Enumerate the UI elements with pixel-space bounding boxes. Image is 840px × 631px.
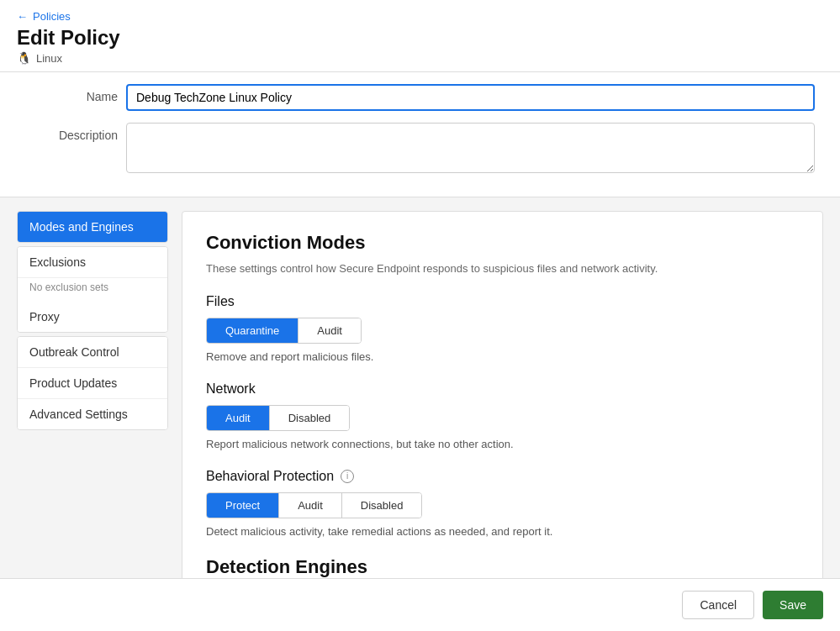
description-input[interactable] bbox=[126, 123, 815, 173]
linux-icon: 🐧 bbox=[17, 51, 31, 65]
bottom-bar: Cancel Save bbox=[0, 578, 840, 631]
sidebar-exclusions-label: Exclusions bbox=[29, 255, 86, 269]
behavioral-disabled-btn[interactable]: Disabled bbox=[341, 493, 422, 518]
behavioral-protect-btn[interactable]: Protect bbox=[207, 493, 278, 518]
detection-engines-title: Detection Engines bbox=[206, 556, 799, 578]
files-quarantine-btn[interactable]: Quarantine bbox=[207, 318, 298, 343]
platform-label: Linux bbox=[36, 52, 62, 65]
sidebar-item-proxy[interactable]: Proxy bbox=[18, 302, 167, 332]
cancel-button[interactable]: Cancel bbox=[682, 591, 754, 619]
conviction-modes-title: Conviction Modes bbox=[206, 232, 799, 254]
network-audit-btn[interactable]: Audit bbox=[207, 406, 269, 430]
sidebar-item-exclusions[interactable]: Exclusions bbox=[18, 247, 167, 278]
sidebar-exclusions-sub: No exclusion sets bbox=[18, 278, 167, 302]
behavioral-audit-btn[interactable]: Audit bbox=[278, 493, 341, 518]
files-audit-btn[interactable]: Audit bbox=[298, 318, 361, 343]
save-button[interactable]: Save bbox=[763, 591, 823, 619]
conviction-modes-desc: These settings control how Secure Endpoi… bbox=[206, 260, 799, 277]
breadcrumb-label[interactable]: Policies bbox=[33, 10, 71, 23]
breadcrumb[interactable]: ← Policies bbox=[17, 10, 823, 23]
sidebar-item-modes-and-engines[interactable]: Modes and Engines bbox=[18, 212, 167, 242]
back-arrow-icon: ← bbox=[17, 10, 28, 23]
sidebar-advanced-label: Advanced Settings bbox=[29, 408, 128, 421]
page-subtitle: 🐧 Linux bbox=[17, 51, 823, 65]
behavioral-label: Behavioral Protection bbox=[206, 469, 334, 484]
name-label: Name bbox=[25, 84, 118, 103]
name-input[interactable] bbox=[126, 84, 815, 111]
network-btn-group: Audit Disabled bbox=[206, 405, 350, 431]
files-label: Files bbox=[206, 294, 799, 309]
behavioral-btn-group: Protect Audit Disabled bbox=[206, 492, 422, 518]
sidebar-item-outbreak-control[interactable]: Outbreak Control bbox=[18, 337, 167, 368]
description-label: Description bbox=[25, 123, 118, 142]
network-desc: Report malicious network connections, bu… bbox=[206, 438, 799, 450]
network-label: Network bbox=[206, 381, 799, 397]
files-desc: Remove and report malicious files. bbox=[206, 350, 799, 363]
page-title: Edit Policy bbox=[17, 26, 823, 50]
sidebar-product-label: Product Updates bbox=[29, 376, 117, 390]
network-disabled-btn[interactable]: Disabled bbox=[269, 406, 350, 430]
sidebar-item-advanced-settings[interactable]: Advanced Settings bbox=[18, 399, 167, 429]
sidebar-outbreak-label: Outbreak Control bbox=[29, 345, 119, 359]
files-btn-group: Quarantine Audit bbox=[206, 318, 362, 344]
sidebar-modes-label: Modes and Engines bbox=[29, 220, 134, 234]
behavioral-info-icon[interactable]: i bbox=[341, 470, 354, 483]
behavioral-desc: Detect malicious activity, take remedial… bbox=[206, 525, 799, 538]
sidebar-item-product-updates[interactable]: Product Updates bbox=[18, 368, 167, 399]
sidebar-proxy-label: Proxy bbox=[29, 310, 60, 323]
